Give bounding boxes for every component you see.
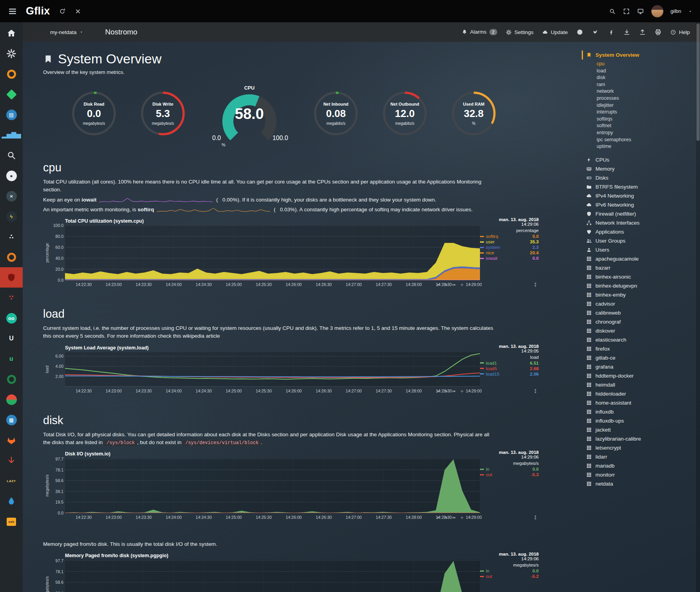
chart-plot-area[interactable] [65, 352, 480, 387]
forward-icon[interactable] [452, 388, 456, 393]
rail-item-app-orange-sun[interactable] [0, 247, 23, 267]
settings-button[interactable]: Settings [506, 29, 534, 35]
rail-item-app-search[interactable] [0, 145, 23, 166]
rail-item-app-orange-ring[interactable] [0, 64, 23, 84]
gauge-net-inbound[interactable]: Net Inbound0.08megabits/s [312, 85, 359, 144]
menu-item-binhex-emby[interactable]: binhex-emby [582, 290, 682, 299]
chart-plot-area[interactable] [65, 560, 480, 592]
menu-item-cpus[interactable]: CPUs [582, 155, 682, 164]
caret-down-icon[interactable] [688, 9, 692, 13]
play-icon[interactable] [444, 282, 449, 286]
menu-sub-ram[interactable]: ram [597, 81, 682, 88]
rail-item-app-drop[interactable] [0, 491, 23, 511]
gauge-cpu[interactable]: CPU58.00.0100.0% [208, 85, 290, 149]
search-icon[interactable] [609, 8, 616, 15]
rewind-icon[interactable] [436, 388, 441, 393]
play-icon[interactable] [444, 515, 449, 519]
legend-entry-out[interactable]: out-5.2 [480, 574, 539, 579]
forward-icon[interactable] [452, 282, 456, 286]
fullscreen-icon[interactable] [623, 8, 630, 15]
update-button[interactable]: Update [542, 29, 568, 35]
avatar[interactable] [651, 5, 664, 18]
menu-item-btrfs-filesystem[interactable]: BTRFS filesystem [582, 182, 682, 191]
legend-entry-out[interactable]: out-5.3 [480, 472, 539, 477]
menu-item-chronograf[interactable]: chronograf [582, 317, 682, 326]
menu-item-mariadb[interactable]: mariadb [582, 461, 682, 470]
menu-item-letsencrypt[interactable]: letsencrypt [582, 443, 682, 452]
menu-sub-processes[interactable]: processes [597, 95, 682, 102]
facebook-icon[interactable] [608, 29, 615, 36]
rail-item-app-lightning[interactable]: ϟ [0, 206, 23, 227]
menu-item-hiddenloader[interactable]: hiddenloader [582, 389, 682, 398]
rail-item-app-shield[interactable] [0, 267, 23, 288]
menu-item-users[interactable]: Users [582, 245, 682, 254]
rail-item-home[interactable] [0, 23, 23, 43]
menu-sub-softnet[interactable]: softnet [597, 122, 682, 130]
menu-sub-disk[interactable]: disk [597, 74, 682, 81]
chart-plot-area[interactable] [65, 225, 480, 280]
minus-icon[interactable] [467, 282, 472, 286]
minus-icon[interactable] [467, 515, 472, 519]
menu-item-calibreweb[interactable]: calibreweb [582, 308, 682, 317]
rail-item-app-red-arrow[interactable] [0, 450, 23, 471]
rail-item-app-green-u[interactable]: u [0, 349, 23, 369]
rail-item-app-red-green[interactable] [0, 389, 23, 410]
menu-item-bazarr[interactable]: bazarr [582, 263, 682, 272]
legend-entry-load1[interactable]: load16.51 [480, 361, 539, 365]
scrollbar-thumb[interactable] [696, 23, 700, 141]
rail-item-app-lazylibrarian[interactable]: LAZY [0, 471, 23, 491]
menu-item-monitorr[interactable]: monitorr [582, 470, 682, 479]
menu-sub-network[interactable]: network [597, 88, 682, 95]
plus-icon[interactable] [460, 388, 464, 393]
menu-item-firewall-netfilter-[interactable]: Firewall (netfilter) [582, 209, 682, 218]
resize-icon[interactable] [533, 282, 538, 287]
menu-sub-load[interactable]: load [597, 68, 682, 75]
scrollbar[interactable] [696, 22, 700, 592]
menu-item-applications[interactable]: Applications [582, 227, 682, 236]
twitter-icon[interactable] [592, 29, 599, 36]
rail-item-app-red-dots[interactable]: ∵ [0, 288, 23, 308]
rewind-icon[interactable] [436, 282, 441, 286]
rail-item-app-cluster[interactable]: ∴ [0, 227, 23, 247]
menu-sub-idlejitter[interactable]: idlejitter [597, 102, 682, 109]
rail-item-app-blue-grid[interactable]: ▦ [0, 410, 23, 430]
gauge-used-ram[interactable]: Used RAM32.8% [450, 85, 497, 144]
rewind-icon[interactable] [436, 515, 441, 519]
menu-sub-cpu[interactable]: cpu [597, 61, 682, 68]
gauge-disk-write[interactable]: Disk Write5.3megabytes/s [139, 85, 186, 144]
menu-item-influxdb-ups[interactable]: influxdb-ups [582, 416, 682, 425]
resize-icon[interactable] [533, 515, 538, 520]
rail-item-app-blue-tile[interactable]: ▤ [0, 104, 23, 125]
rail-item-app-green-ring[interactable] [0, 369, 23, 389]
username[interactable]: gilbn [671, 8, 681, 14]
menu-item-binhex-delugevpn[interactable]: binhex-delugevpn [582, 281, 682, 290]
resize-icon[interactable] [533, 388, 538, 393]
menu-sub-interrupts[interactable]: interrupts [597, 109, 682, 116]
menu-item-elasticsearch[interactable]: elasticsearch [582, 335, 682, 344]
download-icon[interactable] [623, 29, 630, 36]
menu-item-disks[interactable]: Disks [582, 173, 682, 182]
upload-icon[interactable] [639, 29, 646, 36]
menu-item-heimdall[interactable]: heimdall [582, 380, 682, 389]
legend-entry-system[interactable]: system2.3 [480, 245, 539, 250]
legend-entry-in[interactable]: in0.0 [480, 467, 539, 471]
menu-item-user-groups[interactable]: User Groups [582, 236, 682, 245]
rail-item-app-white-disc[interactable]: ● [0, 166, 23, 186]
gauge-disk-read[interactable]: Disk Read0.0megabytes/s [70, 85, 117, 144]
menu-item-lazylibrarian-calibre[interactable]: lazylibrarian-calibre [582, 434, 682, 443]
forward-icon[interactable] [452, 515, 456, 519]
menu-item-influxdb[interactable]: influxdb [582, 407, 682, 416]
menu-item-binhex-airsonic[interactable]: binhex-airsonic [582, 272, 682, 281]
menu-sub-softirqs[interactable]: softirqs [597, 116, 682, 123]
rail-item-app-sab[interactable]: sab [0, 511, 23, 532]
menu-item-gitlab-ce[interactable]: gitlab-ce [582, 353, 682, 362]
menu-item-hddtemp-docker[interactable]: hddtemp-docker [582, 371, 682, 380]
play-icon[interactable] [444, 388, 449, 393]
rail-item-app-white-u[interactable]: U [0, 328, 23, 349]
rail-item-app-soundwave[interactable]: ▂▅▇▅ [0, 125, 23, 145]
legend-entry-nice[interactable]: nice20.4 [480, 250, 539, 255]
menu-sub-entropy[interactable]: entropy [597, 130, 682, 137]
menu-item-netdata[interactable]: netdata [582, 479, 682, 488]
help-button[interactable]: ? Help [670, 29, 690, 35]
legend-entry-user[interactable]: user35.3 [480, 239, 539, 244]
